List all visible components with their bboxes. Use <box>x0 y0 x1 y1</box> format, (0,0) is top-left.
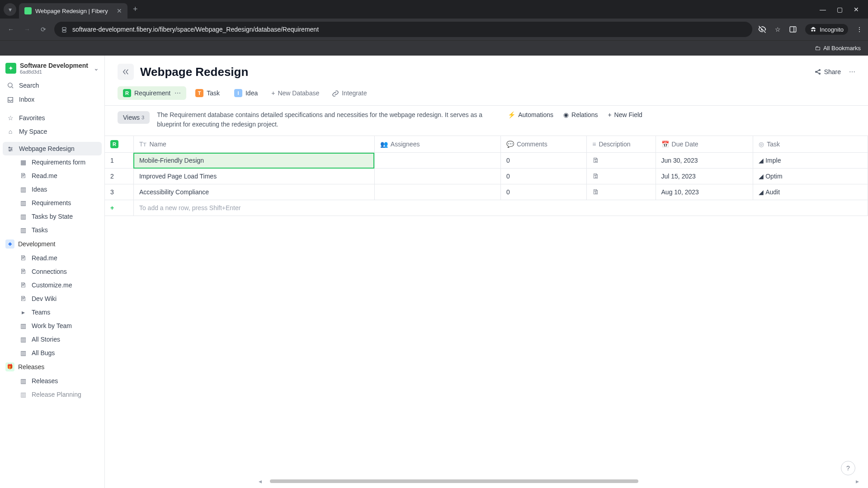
page-menu-icon[interactable]: ⋯ <box>849 68 855 75</box>
sidebar-item-requirements[interactable]: ▥Requirements <box>0 196 104 210</box>
browser-menu-icon[interactable]: ⋮ <box>856 26 863 33</box>
favorites-button[interactable]: ☆ Favorites <box>0 111 104 125</box>
new-tab-button[interactable]: + <box>133 5 138 14</box>
site-info-icon[interactable] <box>61 25 68 33</box>
inbox-button[interactable]: Inbox <box>0 92 104 106</box>
reload-button[interactable]: ⟳ <box>38 26 49 33</box>
board-icon: ▥ <box>19 213 27 220</box>
scroll-left-icon[interactable]: ◂ <box>259 478 262 485</box>
help-button[interactable]: ? <box>841 461 855 475</box>
board-icon: ▥ <box>19 391 27 398</box>
space-releases[interactable]: 🎁 Releases <box>0 360 104 374</box>
browser-tab[interactable]: Webpage Redesign | Fibery ✕ <box>19 3 127 19</box>
sidebar-item-connections[interactable]: 🖹Connections <box>0 265 104 278</box>
svg-point-4 <box>8 83 12 87</box>
add-row[interactable]: + To add a new row, press Shift+Enter <box>105 200 868 216</box>
sidebar-item-releases[interactable]: ▥Releases <box>0 374 104 388</box>
requirement-type-icon: R <box>110 140 118 148</box>
maximize-icon[interactable]: ▢ <box>837 6 843 13</box>
myspace-button[interactable]: ⌂ My Space <box>0 125 104 138</box>
table-row[interactable]: 3 Accessibility Compliance 0 🖺 Aug 10, 2… <box>105 184 868 200</box>
cell-task[interactable]: ◢Optim <box>753 169 868 184</box>
sidebar-item-teams[interactable]: ▸Teams <box>0 305 104 319</box>
side-panel-icon[interactable] <box>789 25 797 33</box>
chevron-down-icon[interactable]: ⌄ <box>94 65 99 72</box>
eye-off-icon[interactable] <box>758 25 767 34</box>
sidebar-item-customize[interactable]: 🖹Customize.me <box>0 278 104 292</box>
new-field-button[interactable]: + New Field <box>608 111 642 118</box>
header-rownum: R <box>105 136 133 153</box>
tab-close-icon[interactable]: ✕ <box>117 7 122 14</box>
cell-task[interactable]: ◢Imple <box>753 153 868 169</box>
text-icon: Tᴛ <box>139 141 147 148</box>
sidebar-item-tasks-by-state[interactable]: ▥Tasks by State <box>0 210 104 223</box>
cell-due[interactable]: Aug 10, 2023 <box>656 184 753 200</box>
header-description[interactable]: ≡Description <box>587 136 656 153</box>
sidebar-item-tasks[interactable]: ▥Tasks <box>0 223 104 237</box>
cell-comments[interactable]: 0 <box>500 169 586 184</box>
tab-requirement[interactable]: R Requirement ⋯ <box>118 86 186 100</box>
cell-description[interactable]: 🖺 <box>587 153 656 169</box>
header-task[interactable]: ◎Task <box>753 136 868 153</box>
cell-due[interactable]: Jun 30, 2023 <box>656 153 753 169</box>
cell-due[interactable]: Jul 15, 2023 <box>656 169 753 184</box>
folder-icon: 🗀 <box>815 45 821 52</box>
all-bookmarks-button[interactable]: 🗀 All Bookmarks <box>815 45 861 52</box>
minimize-icon[interactable]: — <box>820 6 826 13</box>
tab-idea[interactable]: I Idea <box>229 86 263 100</box>
tab-search-button[interactable]: ▾ <box>4 3 16 16</box>
sidebar-item-readme[interactable]: 🖹Read.me <box>0 169 104 183</box>
sidebar-item-allstories[interactable]: ▥All Stories <box>0 333 104 346</box>
scrollbar-thumb[interactable] <box>270 479 638 483</box>
cell-assignees[interactable] <box>374 169 500 184</box>
flag-icon: ◢ <box>759 188 764 196</box>
cell-description[interactable]: 🖺 <box>587 169 656 184</box>
back-button[interactable]: ← <box>5 26 16 33</box>
views-button[interactable]: Views 3 <box>118 111 150 124</box>
header-name[interactable]: TᴛName <box>133 136 374 153</box>
workspace-header[interactable]: ✦ Software Development 6ad8d3d1 ⌄ <box>0 58 104 78</box>
share-button[interactable]: Share <box>814 68 841 75</box>
url-input[interactable]: software-development.fibery.io/fibery/sp… <box>54 22 752 37</box>
cell-name[interactable]: Mobile-Friendly Design <box>133 153 374 169</box>
cell-task[interactable]: ◢Audit <box>753 184 868 200</box>
sidebar-item-ideas[interactable]: ▥Ideas <box>0 183 104 196</box>
forward-button[interactable]: → <box>22 26 33 33</box>
header-due[interactable]: 📅Due Date <box>656 136 753 153</box>
header-comments[interactable]: 💬Comments <box>500 136 586 153</box>
board-icon: ▥ <box>19 336 27 343</box>
incognito-badge[interactable]: Incognito <box>805 24 848 35</box>
cell-assignees[interactable] <box>374 153 500 169</box>
cell-assignees[interactable] <box>374 184 500 200</box>
collapse-sidebar-button[interactable] <box>118 64 134 80</box>
space-development[interactable]: ◆ Development <box>0 237 104 251</box>
workspace-icon: ✦ <box>5 63 16 74</box>
horizontal-scrollbar[interactable]: ◂ ▸ <box>259 479 859 483</box>
sidebar-item-release-planning[interactable]: ▥Release Planning <box>0 388 104 401</box>
tab-task[interactable]: T Task <box>190 86 225 100</box>
close-window-icon[interactable]: ✕ <box>854 6 859 13</box>
sidebar-item-dev-readme[interactable]: 🖹Read.me <box>0 251 104 265</box>
sidebar-item-workbyteam[interactable]: ▥Work by Team <box>0 319 104 333</box>
new-database-button[interactable]: + New Database <box>267 87 324 99</box>
bookmark-star-icon[interactable]: ☆ <box>775 26 781 33</box>
cell-name[interactable]: Improved Page Load Times <box>133 169 374 184</box>
space-webpage-redesign[interactable]: Webpage Redesign <box>3 142 102 155</box>
doc-icon: 🖹 <box>19 268 27 275</box>
table-row[interactable]: 2 Improved Page Load Times 0 🖺 Jul 15, 2… <box>105 169 868 184</box>
header-assignees[interactable]: 👥Assignees <box>374 136 500 153</box>
automations-button[interactable]: ⚡ Automations <box>508 111 553 118</box>
sidebar-item-requirements-form[interactable]: ▦Requirements form <box>0 155 104 169</box>
tab-more-icon[interactable]: ⋯ <box>175 89 181 97</box>
search-button[interactable]: Search <box>0 78 104 92</box>
cell-name[interactable]: Accessibility Compliance <box>133 184 374 200</box>
table-row[interactable]: 1 Mobile-Friendly Design 0 🖺 Jun 30, 202… <box>105 153 868 169</box>
cell-description[interactable]: 🖺 <box>587 184 656 200</box>
sidebar-item-allbugs[interactable]: ▥All Bugs <box>0 346 104 360</box>
integrate-button[interactable]: Integrate <box>327 86 371 99</box>
cell-comments[interactable]: 0 <box>500 153 586 169</box>
relations-button[interactable]: ◉ Relations <box>563 111 598 118</box>
sidebar-item-devwiki[interactable]: 🖹Dev Wiki <box>0 292 104 305</box>
cell-comments[interactable]: 0 <box>500 184 586 200</box>
scroll-right-icon[interactable]: ▸ <box>856 478 859 485</box>
